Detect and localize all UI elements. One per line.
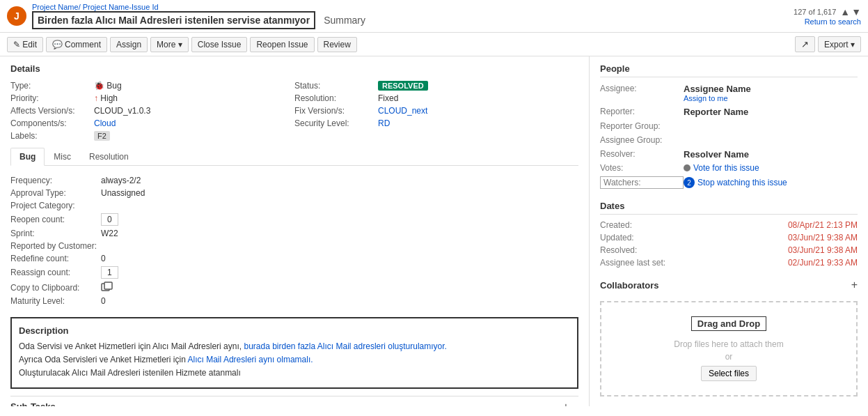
updated-label: Updated: <box>600 233 684 242</box>
collaborators-section: Collaborators + <box>600 279 858 291</box>
close-issue-button[interactable]: Close Issue <box>191 37 248 52</box>
tabs: Bug Misc Resolution <box>10 148 578 166</box>
details-left-col: Type: 🐞 Bug Priority: ↑ High Affects Ver… <box>10 79 294 142</box>
reopen-count-value: 0 <box>101 213 118 226</box>
copy-clipboard-label: Copy to Clipboard: <box>10 283 101 293</box>
collaborators-add-button[interactable]: + <box>851 279 858 291</box>
status-value: RESOLVED <box>378 81 428 91</box>
redefine-count-label: Redefine count: <box>10 254 101 263</box>
more-button[interactable]: More ▾ <box>150 37 189 52</box>
agile-section: Agile Completed Sprint: W22 ended 07/Jun… <box>600 405 858 406</box>
votes-link[interactable]: Vote for this issue <box>693 163 759 173</box>
project-category-row: Project Category: <box>10 199 578 212</box>
top-bar: J Project Name/ Project Name-Issue Id Bi… <box>0 0 868 33</box>
watchers-link[interactable]: Stop watching this issue <box>697 178 787 187</box>
reported-by-label: Reported by Customer: <box>10 241 101 251</box>
tab-bug[interactable]: Bug <box>10 148 45 166</box>
reopen-count-row: Reopen count: 0 <box>10 212 578 227</box>
description-line2: Ayrıca Oda Servisleri ve Anket Hizmetler… <box>19 353 570 367</box>
resolver-name: Resolver Name <box>684 149 749 160</box>
fix-versions-value[interactable]: CLOUD_next <box>378 106 427 116</box>
assign-to-me[interactable]: Assign to me <box>684 94 751 102</box>
resolved-value: 03/Jun/21 9:38 AM <box>788 245 858 255</box>
assignee-value-stack: Assignee Name Assign to me <box>684 84 751 102</box>
affects-label: Affects Version/s: <box>10 106 94 116</box>
created-label: Created: <box>600 220 684 230</box>
collaborators-header: Collaborators + <box>600 279 858 291</box>
resolution-label: Resolution: <box>294 93 378 103</box>
type-row: Type: 🐞 Bug <box>10 79 294 92</box>
project-category-label: Project Category: <box>10 201 101 210</box>
collaborators-title: Collaborators <box>600 280 659 291</box>
description-line3: Oluşturulacak Alıcı Mail Adresleri isten… <box>19 367 570 380</box>
resolver-row: Resolver: Resolver Name <box>600 147 858 162</box>
description-box: Description Oda Servisi ve Anket Hizmetl… <box>10 317 578 389</box>
reporter-name: Reporter Name <box>684 107 748 117</box>
subtasks-actions: + − <box>562 401 578 406</box>
people-section: People Assignee: Assignee Name Assign to… <box>600 63 858 191</box>
review-button[interactable]: Review <box>317 37 357 52</box>
reporter-group-label: Reporter Group: <box>600 121 684 131</box>
edit-button[interactable]: ✎ Edit <box>7 37 43 52</box>
details-right-col: Status: RESOLVED Resolution: Fixed Fix V… <box>294 79 578 142</box>
reassign-count-row: Reassign count: 1 <box>10 265 578 280</box>
frequency-label: Frequency: <box>10 176 101 185</box>
next-arrow[interactable]: ▼ <box>851 6 861 17</box>
tab-content-bug: Frequency: always-2/2 Approval Type: Una… <box>10 171 578 310</box>
reopen-issue-button[interactable]: Reopen Issue <box>250 37 314 52</box>
copy-clipboard-icon[interactable] <box>101 282 113 293</box>
components-value[interactable]: Cloud <box>94 118 116 128</box>
fix-versions-row: Fix Version/s: CLOUD_next <box>294 105 578 117</box>
tab-resolution[interactable]: Resolution <box>80 148 138 165</box>
resolved-label: Resolved: <box>600 245 684 255</box>
tab-misc[interactable]: Misc <box>45 148 80 165</box>
description-text: Oda Servisi ve Anket Hizmetleri için Alı… <box>19 340 570 380</box>
issue-title: Birden fazla Alıcı Mail Adresleri isteni… <box>32 11 315 29</box>
export-button[interactable]: Export ▾ <box>818 36 861 52</box>
right-panel: People Assignee: Assignee Name Assign to… <box>590 56 868 406</box>
assign-button[interactable]: Assign <box>110 37 148 52</box>
return-to-search[interactable]: Return to search <box>794 17 861 26</box>
details-title: Details <box>10 63 578 74</box>
top-bar-right: 127 of 1,617 ▲ ▼ Return to search <box>794 6 861 26</box>
resolution-row: Resolution: Fixed <box>294 92 578 105</box>
redefine-count-row: Redefine count: 0 <box>10 252 578 265</box>
assignee-last-set-value: 02/Jun/21 9:33 AM <box>788 258 858 268</box>
reassign-count-value: 1 <box>101 266 118 279</box>
description-title: Description <box>19 325 570 336</box>
select-files-button[interactable]: Select files <box>701 366 757 381</box>
external-link-button[interactable]: ↗ <box>795 36 815 52</box>
people-title: People <box>600 63 858 77</box>
votes-row: Votes: Vote for this issue <box>600 162 858 174</box>
app-logo: J <box>7 6 26 26</box>
details-grid: Type: 🐞 Bug Priority: ↑ High Affects Ver… <box>10 79 578 142</box>
maturity-value: 0 <box>101 296 106 306</box>
components-label: Components/s: <box>10 118 94 128</box>
resolved-row: Resolved: 03/Jun/21 9:38 AM <box>600 244 858 256</box>
bug-icon: 🐞 <box>94 81 104 91</box>
assignee-row: Assignee: Assignee Name Assign to me <box>600 82 858 105</box>
sprint-label: Sprint: <box>10 229 101 238</box>
type-value: 🐞 Bug <box>94 81 122 91</box>
assignee-label: Assignee: <box>600 84 684 93</box>
labels-value: F2 <box>94 131 110 141</box>
resolution-value: Fixed <box>378 93 398 103</box>
prev-arrow[interactable]: ▲ <box>840 6 850 17</box>
reopen-count-label: Reopen count: <box>10 215 101 224</box>
reassign-count-label: Reassign count: <box>10 268 101 277</box>
approval-type-label: Approval Type: <box>10 188 101 198</box>
updated-row: Updated: 03/Jun/21 9:38 AM <box>600 231 858 244</box>
toolbar: ✎ Edit 💬 Comment Assign More ▾ Close Iss… <box>0 33 868 56</box>
assignee-group-row: Assignee Group: <box>600 133 858 147</box>
comment-button[interactable]: 💬 Comment <box>46 37 107 52</box>
subtasks-header: Sub-Tasks + − <box>10 396 578 406</box>
frequency-row: Frequency: always-2/2 <box>10 174 578 187</box>
top-bar-left: J Project Name/ Project Name-Issue Id Bi… <box>7 3 365 29</box>
frequency-value: always-2/2 <box>101 176 141 185</box>
subtasks-add-button[interactable]: + <box>562 401 569 406</box>
status-label: Status: <box>294 81 378 91</box>
type-label: Type: <box>10 81 94 91</box>
subtasks-collapse-button[interactable]: − <box>572 401 578 406</box>
sprint-value: W22 <box>101 229 118 238</box>
main-content: Details Type: 🐞 Bug Priority: ↑ High <box>0 56 868 406</box>
